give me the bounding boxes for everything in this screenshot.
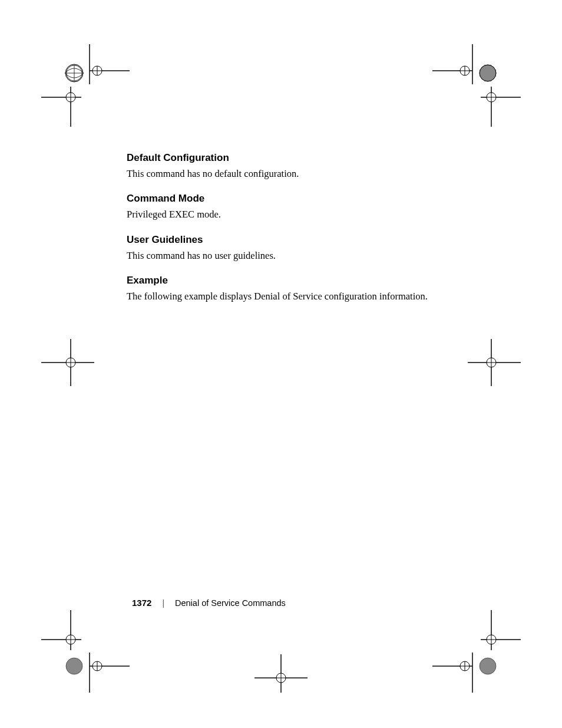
body-example: The following example displays Denial of… (127, 290, 462, 302)
heading-example: Example (127, 275, 462, 286)
body-command-mode: Privileged EXEC mode. (127, 208, 462, 220)
page-footer: 1372 | Denial of Service Commands (132, 598, 286, 608)
chapter-title: Denial of Service Commands (175, 598, 286, 608)
crop-mark-mid-left (41, 339, 94, 386)
footer-divider: | (162, 598, 164, 608)
page-number: 1372 (132, 598, 151, 608)
crop-mark-top-right (432, 44, 521, 127)
crop-mark-bottom-right (432, 610, 521, 693)
svg-point-43 (66, 658, 82, 674)
heading-user-guidelines: User Guidelines (127, 234, 462, 246)
crop-mark-mid-right (468, 339, 521, 386)
body-default-config: This command has no default configuratio… (127, 167, 462, 180)
body-user-guidelines: This command has no user guidelines. (127, 249, 462, 262)
crop-mark-bottom-center (254, 645, 308, 693)
svg-point-59 (480, 658, 496, 674)
heading-command-mode: Command Mode (127, 193, 462, 205)
crop-mark-bottom-left (41, 610, 130, 693)
heading-default-config: Default Configuration (127, 152, 462, 164)
crop-mark-top-left (41, 44, 130, 127)
main-content: Default Configuration This command has n… (127, 152, 462, 316)
